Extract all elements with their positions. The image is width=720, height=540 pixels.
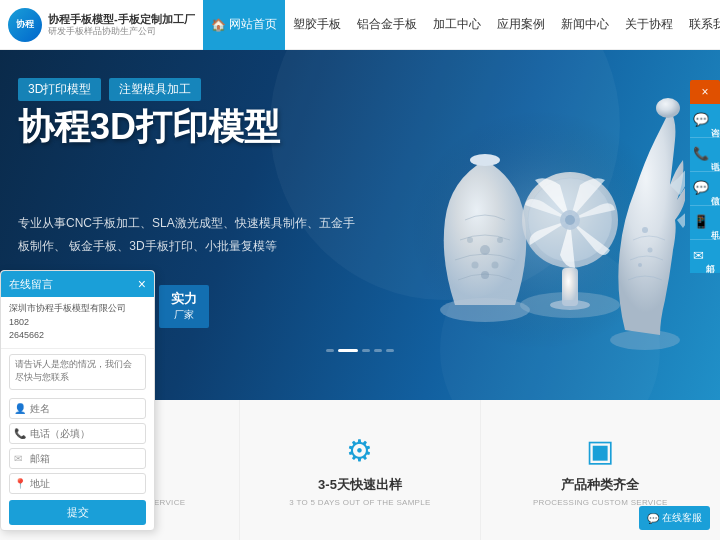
chat-popup-header: 在线留言 ×	[1, 271, 154, 297]
fast-icon: ⚙	[346, 433, 373, 468]
sidebar-email-btn[interactable]: ✉ 邮箱	[690, 240, 720, 273]
svg-point-2	[480, 245, 490, 255]
svg-point-8	[470, 154, 500, 166]
nav-item-0[interactable]: 🏠网站首页	[203, 0, 285, 50]
chat-email-input[interactable]	[9, 448, 146, 469]
email-icon: ✉	[693, 248, 704, 263]
address-form-icon: 📍	[14, 478, 26, 489]
sidebar-mobile-btn[interactable]: 📱 手机	[690, 206, 720, 240]
svg-point-13	[565, 215, 575, 225]
chat-name-input[interactable]	[9, 398, 146, 419]
chat-email-row: ✉	[9, 448, 146, 469]
hero-title: 协程3D打印模型	[18, 105, 280, 148]
svg-point-3	[467, 237, 473, 243]
header: 协程 协程手板模型-手板定制加工厂 研发手板样品协助生产公司 🏠网站首页塑胶手板…	[0, 0, 720, 50]
svg-point-16	[610, 330, 680, 350]
chat-popup-title: 在线留言	[9, 277, 53, 292]
svg-point-18	[642, 227, 648, 233]
nav-label-3: 加工中心	[433, 16, 481, 33]
chat-popup: 在线留言 × 深圳市协程手板模型有限公司1802 2645662 👤 📞 ✉ 📍…	[0, 270, 155, 531]
chat-name-row: 👤	[9, 398, 146, 419]
svg-point-17	[656, 98, 680, 118]
hero-description: 专业从事CNC手板加工、SLA激光成型、快速模具制作、五金手板制作、 钣金手板、…	[18, 212, 358, 258]
logo-subtitle: 研发手板样品协助生产公司	[48, 26, 195, 38]
badge-3: 实力 厂家	[159, 285, 209, 328]
bottom-section-1[interactable]: ⚙ 3-5天快速出样 3 TO 5 DAYS OUT OF THE SAMPLE	[240, 400, 480, 540]
badge-sub-3: 厂家	[171, 308, 197, 322]
dot-2[interactable]	[362, 349, 370, 352]
nav-label-4: 应用案例	[497, 16, 545, 33]
nav-item-6[interactable]: 关于协程	[617, 0, 681, 50]
chat-phone-input[interactable]	[9, 423, 146, 444]
sidebar-consult-btn[interactable]: 💬 咨询	[690, 104, 720, 138]
product-model-svg	[395, 70, 685, 370]
nav-label-0: 网站首页	[229, 16, 277, 33]
sidebar-phone-btn[interactable]: 📞 电话	[690, 138, 720, 172]
chat-message-input[interactable]	[9, 354, 146, 390]
nav-label-5: 新闻中心	[561, 16, 609, 33]
hero-tags: 3D打印模型 注塑模具加工	[18, 78, 201, 101]
nav-item-2[interactable]: 铝合金手板	[349, 0, 425, 50]
logo-icon: 协程	[8, 8, 42, 42]
chat-phone-row: 📞	[9, 423, 146, 444]
svg-point-6	[492, 262, 499, 269]
mobile-icon: 📱	[693, 214, 709, 229]
nav-label-6: 关于协程	[625, 16, 673, 33]
svg-point-5	[472, 262, 479, 269]
hero-tag-2: 注塑模具加工	[109, 78, 201, 101]
sidebar-close-btn[interactable]: ×	[690, 80, 720, 104]
nav-label-1: 塑胶手板	[293, 16, 341, 33]
dot-1[interactable]	[338, 349, 358, 352]
nav-item-3[interactable]: 加工中心	[425, 0, 489, 50]
home-icon: 🏠	[211, 18, 226, 32]
fast-en: 3 TO 5 DAYS OUT OF THE SAMPLE	[289, 498, 430, 507]
main-nav: 🏠网站首页塑胶手板铝合金手板加工中心应用案例新闻中心关于协程联系我们	[203, 0, 720, 50]
bottom-chat-icon: 💬	[647, 513, 659, 524]
chat-submit-button[interactable]: 提交	[9, 500, 146, 525]
svg-point-20	[638, 263, 642, 267]
name-icon: 👤	[14, 403, 26, 414]
bottom-chat-button[interactable]: 💬 在线客服	[639, 506, 710, 530]
chat-textarea-row	[9, 354, 146, 394]
badge-label-3: 实力	[171, 290, 197, 308]
nav-label-7: 联系我们	[689, 16, 720, 33]
svg-point-7	[481, 271, 489, 279]
consult-icon: 💬	[693, 112, 709, 127]
right-floating-sidebar: × 💬 咨询 📞 电话 💬 微信 📱 手机 ✉ 邮箱	[690, 80, 720, 273]
variety-title: 产品种类齐全	[561, 476, 639, 494]
chat-popup-company: 深圳市协程手板模型有限公司1802 2645662	[1, 297, 154, 349]
hero-dots	[326, 349, 394, 352]
nav-item-1[interactable]: 塑胶手板	[285, 0, 349, 50]
wechat-icon: 💬	[693, 180, 709, 195]
hero-product	[390, 60, 690, 380]
dot-3[interactable]	[374, 349, 382, 352]
logo-area: 协程 协程手板模型-手板定制加工厂 研发手板样品协助生产公司	[8, 8, 203, 42]
phone-form-icon: 📞	[14, 428, 26, 439]
sidebar-wechat-btn[interactable]: 💬 微信	[690, 172, 720, 206]
nav-item-5[interactable]: 新闻中心	[553, 0, 617, 50]
dot-0[interactable]	[326, 349, 334, 352]
variety-icon: ▣	[586, 433, 614, 468]
nav-label-2: 铝合金手板	[357, 16, 417, 33]
bottom-chat-label: 在线客服	[662, 511, 702, 525]
chat-address-input[interactable]	[9, 473, 146, 494]
nav-item-7[interactable]: 联系我们	[681, 0, 720, 50]
fast-title: 3-5天快速出样	[318, 476, 402, 494]
email-form-icon: ✉	[14, 453, 22, 464]
svg-point-15	[550, 300, 590, 310]
chat-address-row: 📍	[9, 473, 146, 494]
svg-point-4	[497, 237, 503, 243]
chat-popup-form: 👤 📞 ✉ 📍 提交	[1, 349, 154, 530]
hero-tag-1: 3D打印模型	[18, 78, 101, 101]
chat-close-button[interactable]: ×	[138, 276, 146, 292]
nav-item-4[interactable]: 应用案例	[489, 0, 553, 50]
svg-point-19	[648, 248, 653, 253]
phone-icon: 📞	[693, 146, 709, 161]
logo-text: 协程手板模型-手板定制加工厂 研发手板样品协助生产公司	[48, 12, 195, 38]
logo-title: 协程手板模型-手板定制加工厂	[48, 12, 195, 26]
